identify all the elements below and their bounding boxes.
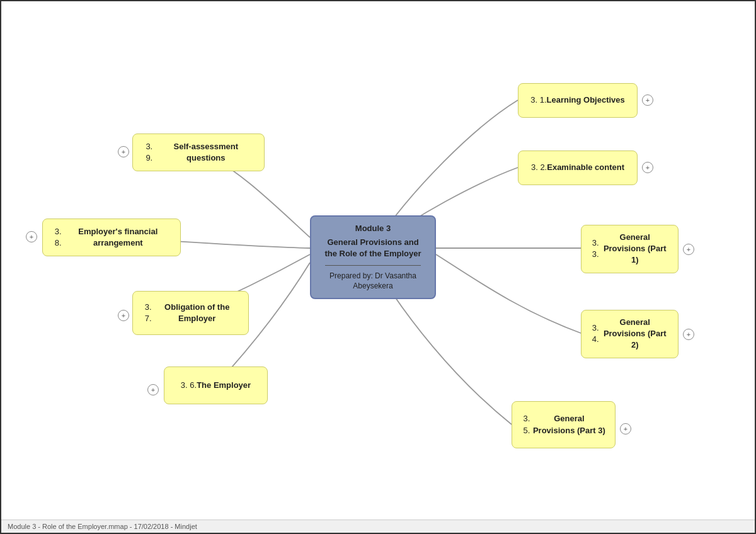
expand-general2-btn[interactable]: + [683,329,694,340]
center-title-line1: Module 3 [355,223,391,234]
node-general1-bold: General Provisions (Part 1) [600,232,669,266]
node-examinable-prefix: 3. 2. [531,162,547,173]
node-employer: 3. 6. The Employer [164,366,268,404]
expand-financial-btn[interactable]: + [26,231,37,242]
node-general2-prefix: 3. 4. [590,322,600,345]
node-general3: 3. 5. General Provisions (Part 3) [512,401,616,448]
node-general2: 3. 4. General Provisions (Part 2) [581,310,679,358]
node-learning-prefix: 3. 1. [530,94,546,106]
node-general3-bold: General Provisions (Part 3) [532,413,606,436]
expand-general3-btn[interactable]: + [620,423,631,435]
center-subtitle: Prepared by: Dr Vasantha Abeysekera [320,271,426,292]
node-obligation: 3. 7. Obligation of the Employer [132,291,249,335]
node-selfassess-bold: Self-assessment questions [157,141,255,164]
center-node: Module 3 General Provisions and the Role… [310,215,436,299]
node-employer-bold: The Employer [197,380,251,391]
node-examinable: 3. 2. Examinable content [518,151,638,185]
node-obligation-bold: Obligation of the Employer [154,302,239,324]
node-employer-prefix: 3. 6. [181,380,197,391]
node-general1-prefix: 3. 3. [590,237,600,260]
expand-examinable-btn[interactable]: + [642,162,653,173]
node-financial-bold: Employer's financial arrangement [65,226,171,249]
expand-learning-btn[interactable]: + [642,94,653,106]
footer-text: Module 3 - Role of the Employer.mmap - 1… [8,523,197,530]
node-examinable-bold: Examinable content [547,162,624,173]
node-learning-bold: Learning Objectives [547,94,625,106]
center-divider [325,265,420,266]
node-learning: 3. 1. Learning Objectives [518,83,638,118]
node-selfassess-prefix: 3. 9. [142,141,157,164]
center-title-line2: General Provisions and the Role of the E… [320,237,426,259]
node-financial: 3. 8. Employer's financial arrangement [42,219,181,256]
expand-selfassess-btn[interactable]: + [118,146,129,157]
footer-bar: Module 3 - Role of the Employer.mmap - 1… [1,520,755,533]
expand-general1-btn[interactable]: + [683,244,694,255]
node-obligation-prefix: 3. 7. [142,302,154,324]
node-general1: 3. 3. General Provisions (Part 1) [581,225,679,273]
node-financial-prefix: 3. 8. [52,226,65,249]
node-general2-bold: General Provisions (Part 2) [600,317,669,351]
node-general3-prefix: 3. 5. [521,413,532,436]
node-selfassess: 3. 9. Self-assessment questions [132,134,265,171]
expand-employer-btn[interactable]: + [147,384,159,395]
expand-obligation-btn[interactable]: + [118,310,129,321]
